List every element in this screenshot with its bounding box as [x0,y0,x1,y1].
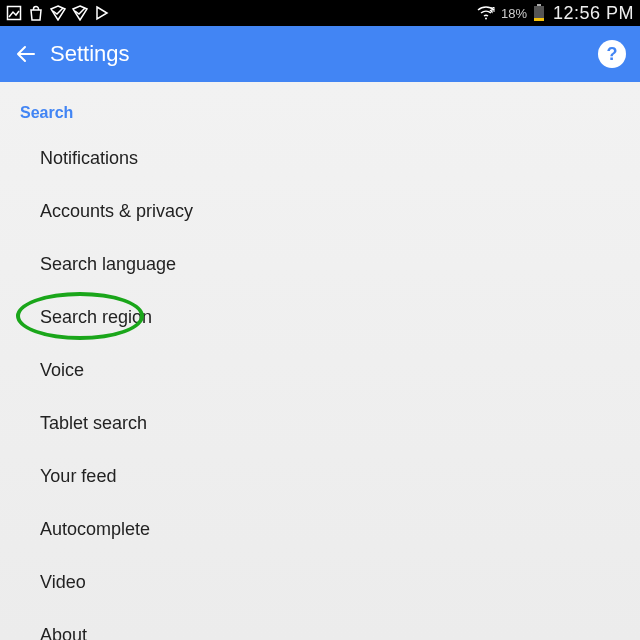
settings-item-your-feed[interactable]: Your feed [0,450,640,503]
shopping-bag-icon [28,5,44,21]
settings-item-video[interactable]: Video [0,556,640,609]
battery-icon [533,4,545,22]
play-store-icon [94,5,110,21]
section-header-search: Search [0,82,640,132]
wifi-icon [477,5,495,21]
svg-rect-7 [534,18,544,21]
status-clock: 12:56 PM [553,3,634,24]
svg-point-4 [485,18,487,20]
help-button[interactable]: ? [598,40,626,68]
svg-marker-3 [97,7,107,19]
page-title: Settings [50,41,130,67]
settings-item-notifications[interactable]: Notifications [0,132,640,185]
help-icon: ? [607,44,618,65]
status-bar: 18% 12:56 PM [0,0,640,26]
arrow-left-icon [14,42,38,66]
settings-item-search-region[interactable]: Search region [0,291,640,344]
settings-item-tablet-search[interactable]: Tablet search [0,397,640,450]
play-badge-icon [50,5,66,21]
settings-item-search-language[interactable]: Search language [0,238,640,291]
settings-item-accounts-privacy[interactable]: Accounts & privacy [0,185,640,238]
battery-percent: 18% [501,6,527,21]
svg-rect-5 [537,4,541,6]
play-badge-icon [72,5,88,21]
image-icon [6,5,22,21]
settings-item-about[interactable]: About [0,609,640,640]
app-bar: Settings ? [0,26,640,82]
settings-item-autocomplete[interactable]: Autocomplete [0,503,640,556]
settings-item-voice[interactable]: Voice [0,344,640,397]
back-button[interactable] [6,34,46,74]
settings-content: Search Notifications Accounts & privacy … [0,82,640,640]
